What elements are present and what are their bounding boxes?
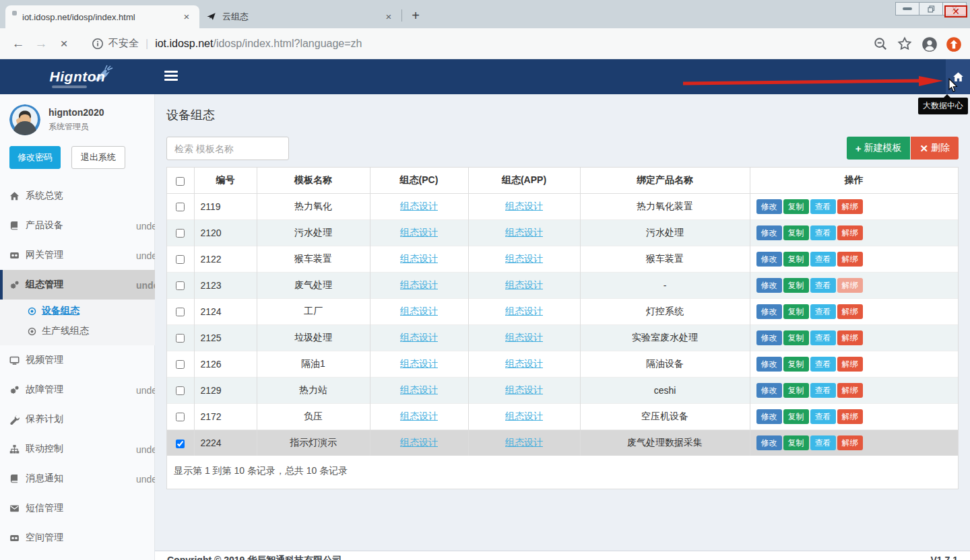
browser-tab-inactive[interactable]: 云组态 × [199, 5, 401, 28]
new-tab-button[interactable]: + [406, 7, 425, 26]
row-checkbox[interactable] [176, 281, 185, 290]
window-minimize-button[interactable] [895, 2, 919, 15]
modify-button[interactable]: 修改 [756, 304, 782, 319]
hamburger-menu-icon[interactable] [164, 71, 178, 82]
sidebar-item[interactable]: 空间管理 [0, 523, 155, 553]
row-checkbox[interactable] [176, 334, 185, 343]
unbind-button[interactable]: 解绑 [837, 199, 863, 214]
address-bar[interactable]: 不安全 | iot.idosp.net /idosp/index.html?la… [84, 32, 865, 55]
home-button[interactable] [946, 59, 970, 94]
modify-button[interactable]: 修改 [756, 409, 782, 424]
tab-close-icon[interactable]: × [383, 11, 395, 23]
app-config-link[interactable]: 组态设计 [505, 411, 543, 421]
sidebar-item[interactable]: 视频管理 [0, 345, 155, 375]
pc-config-link[interactable]: 组态设计 [400, 358, 438, 369]
bookmark-star-icon[interactable] [897, 36, 912, 51]
app-config-link[interactable]: 组态设计 [505, 253, 543, 264]
pc-config-link[interactable]: 组态设计 [400, 279, 438, 290]
unbind-button[interactable]: 解绑 [837, 383, 863, 398]
app-config-link[interactable]: 组态设计 [505, 384, 543, 395]
copy-button[interactable]: 复制 [783, 199, 809, 214]
new-template-button[interactable]: + 新建模板 [847, 137, 911, 160]
pc-config-link[interactable]: 组态设计 [400, 384, 438, 395]
delete-button[interactable]: ✕ 删除 [911, 137, 959, 160]
sidebar-item[interactable]: 联动控制 undefined [0, 434, 155, 464]
copy-button[interactable]: 复制 [783, 225, 809, 240]
tab-close-icon[interactable]: × [181, 11, 193, 23]
extension-icon[interactable] [946, 36, 961, 51]
copy-button[interactable]: 复制 [783, 330, 809, 345]
modify-button[interactable]: 修改 [756, 225, 782, 240]
row-checkbox[interactable] [176, 255, 185, 264]
copy-button[interactable]: 复制 [783, 357, 809, 372]
view-button[interactable]: 查看 [810, 435, 836, 450]
copy-button[interactable]: 复制 [783, 435, 809, 450]
sidebar-item[interactable]: 组态管理 undefined [0, 270, 155, 300]
modify-button[interactable]: 修改 [756, 330, 782, 345]
window-restore-button[interactable] [919, 2, 943, 15]
app-config-link[interactable]: 组态设计 [505, 437, 543, 448]
change-password-button[interactable]: 修改密码 [9, 146, 61, 169]
pc-config-link[interactable]: 组态设计 [400, 227, 438, 238]
modify-button[interactable]: 修改 [756, 383, 782, 398]
sidebar-item[interactable]: 消息通知 undefined [0, 464, 155, 493]
row-checkbox[interactable] [176, 308, 185, 316]
modify-button[interactable]: 修改 [756, 199, 782, 214]
copy-button[interactable]: 复制 [783, 278, 809, 293]
view-button[interactable]: 查看 [810, 304, 836, 319]
sidebar-item[interactable]: 网关管理 undefined [0, 240, 155, 270]
copy-button[interactable]: 复制 [783, 409, 809, 424]
search-input[interactable] [166, 137, 289, 160]
sidebar-item[interactable]: 产品设备 undefined [0, 211, 155, 240]
app-config-link[interactable]: 组态设计 [505, 279, 543, 290]
view-button[interactable]: 查看 [810, 383, 836, 398]
row-checkbox[interactable] [176, 203, 185, 211]
info-icon[interactable] [92, 38, 104, 50]
pc-config-link[interactable]: 组态设计 [400, 253, 438, 264]
row-checkbox[interactable] [176, 440, 185, 448]
browser-tab-active[interactable]: iot.idosp.net/idosp/index.html × [5, 5, 199, 28]
view-button[interactable]: 查看 [810, 357, 836, 372]
unbind-button[interactable]: 解绑 [837, 304, 863, 319]
unbind-button[interactable]: 解绑 [837, 357, 863, 372]
sidebar-item[interactable]: 故障管理 undefined [0, 375, 155, 405]
sidebar-item[interactable]: 系统总览 [0, 181, 155, 211]
app-config-link[interactable]: 组态设计 [505, 306, 543, 316]
view-button[interactable]: 查看 [810, 330, 836, 345]
view-button[interactable]: 查看 [810, 278, 836, 293]
copy-button[interactable]: 复制 [783, 304, 809, 319]
unbind-button[interactable]: 解绑 [837, 330, 863, 345]
pc-config-link[interactable]: 组态设计 [400, 437, 438, 448]
view-button[interactable]: 查看 [810, 225, 836, 240]
sidebar-item[interactable]: 短信管理 [0, 493, 155, 523]
unbind-button[interactable]: 解绑 [837, 435, 863, 450]
sidebar-item[interactable]: 保养计划 [0, 405, 155, 434]
unbind-button[interactable]: 解绑 [837, 252, 863, 267]
pc-config-link[interactable]: 组态设计 [400, 411, 438, 421]
modify-button[interactable]: 修改 [756, 252, 782, 267]
modify-button[interactable]: 修改 [756, 278, 782, 293]
row-checkbox[interactable] [176, 386, 185, 395]
back-button[interactable]: ← [7, 32, 30, 55]
unbind-button[interactable]: 解绑 [837, 225, 863, 240]
pc-config-link[interactable]: 组态设计 [400, 306, 438, 316]
copy-button[interactable]: 复制 [783, 383, 809, 398]
row-checkbox[interactable] [176, 413, 185, 421]
window-close-button[interactable]: ✕ [942, 2, 967, 15]
copy-button[interactable]: 复制 [783, 252, 809, 267]
select-all-checkbox[interactable] [176, 177, 185, 186]
sidebar-subitem[interactable]: 设备组态 [0, 301, 155, 321]
pc-config-link[interactable]: 组态设计 [400, 332, 438, 343]
row-checkbox[interactable] [176, 360, 185, 369]
view-button[interactable]: 查看 [810, 409, 836, 424]
modify-button[interactable]: 修改 [756, 435, 782, 450]
app-config-link[interactable]: 组态设计 [505, 227, 543, 238]
view-button[interactable]: 查看 [810, 252, 836, 267]
app-config-link[interactable]: 组态设计 [505, 201, 543, 211]
logout-button[interactable]: 退出系统 [71, 146, 125, 169]
stop-loading-button[interactable]: × [53, 32, 75, 55]
forward-button[interactable]: → [30, 32, 53, 55]
row-checkbox[interactable] [176, 229, 185, 238]
sidebar-subitem[interactable]: 生产线组态 [0, 321, 155, 341]
pc-config-link[interactable]: 组态设计 [400, 201, 438, 211]
